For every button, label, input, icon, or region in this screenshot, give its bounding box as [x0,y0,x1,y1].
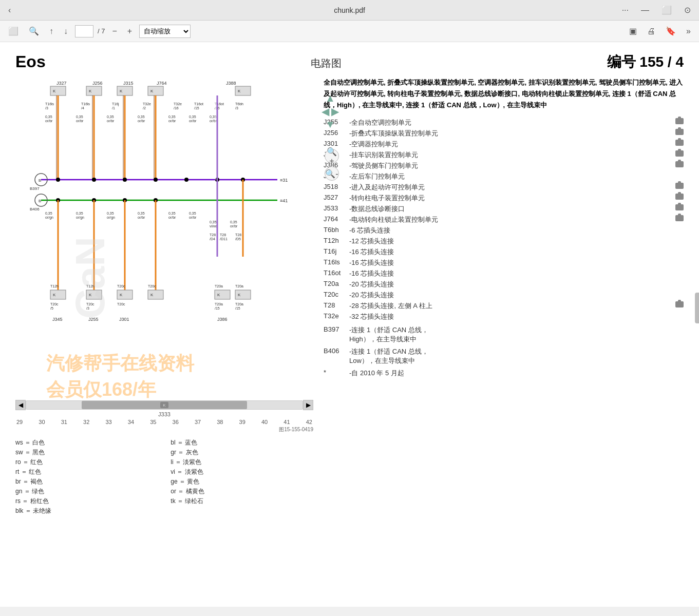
camera-icon [675,161,684,167]
zoom-search-button[interactable]: 🔍 [26,24,42,38]
comp-id: J533 [324,204,349,212]
svg-text:T16ls: T16ls [45,102,54,106]
page-num-39: 39 [239,419,245,425]
nav-up-button[interactable]: ▲ [325,92,335,104]
svg-text:or/br: or/br [189,216,197,219]
svg-point-64 [56,178,60,182]
comp-id: J527 [324,194,349,201]
svg-text:or/br: or/br [76,119,84,123]
print-button[interactable]: 🖨 [644,24,658,38]
svg-text:T16ot: T16ot [194,102,203,106]
zoom-in-diagram-button[interactable]: 🔍+ [325,149,339,163]
page-num-41: 41 [284,419,290,425]
toolbar: ⬜ 🔍 ↑ ↓ 4 / 7 − + 自动缩放 50% 75% 100% 125%… [0,21,699,42]
restore-button[interactable]: ⬜ [658,4,675,16]
svg-text:T20a: T20a [235,284,243,288]
comp-desc: -自 2010 年 5 月起 [349,369,684,378]
page-input[interactable]: 4 [75,25,93,37]
svg-text:0,35: 0,35 [210,220,217,224]
comp-desc: -16 芯插头连接 [349,247,684,257]
description-block: 全自动空调控制单元, 折叠式车顶操纵装置控制单元, 空调器控制单元, 挂车识别装… [324,77,684,111]
comp-desc: -空调器控制单元 [349,140,673,149]
page-num-33: 33 [105,419,111,425]
video-button[interactable]: ▣ [626,24,640,38]
color-gr: gr ＝ 灰色 [171,448,313,457]
nav-down-button[interactable]: ▼ [325,119,335,130]
zoom-controls: 🔍+ 🔍- [325,149,339,181]
list-item: J301-空调器控制单元 [324,140,684,149]
camera-icon [675,140,684,146]
zoom-out-diagram-button[interactable]: 🔍- [325,166,339,181]
comp-id: J518 [324,183,349,190]
comp-desc: -连接 1（舒适 CAN 总线，Low），在主导线束中 [349,347,684,365]
sidebar-toggle-button[interactable]: ⬜ [5,24,22,38]
scroll-left-button[interactable]: ◀ [15,400,26,410]
comp-id: T32e [324,312,349,320]
list-item: J533-数据总线诊断接口 [324,204,684,214]
color-rt: rt ＝ 红色 [15,468,160,476]
comp-desc: -16 芯插头连接 [349,258,684,267]
list-item: J345-挂车识别装置控制单元 [324,150,684,160]
camera-icon [675,204,684,210]
color-sw: sw ＝ 黑色 [15,448,160,457]
svg-text:or/br: or/br [138,119,145,123]
zoom-select[interactable]: 自动缩放 50% 75% 100% 125% 150% 200% [139,25,191,38]
page-num-36: 36 [173,419,179,425]
nav-right-button[interactable]: ▶ [331,105,339,118]
svg-text:J256: J256 [92,81,103,86]
svg-text:J345: J345 [52,317,63,322]
svg-text:or/br: or/br [138,216,145,219]
svg-text:/D4: /D4 [210,237,215,241]
list-item: T20a-20 芯插头连接 [324,280,684,289]
nav-lr: ◀ ▶ [322,105,339,118]
color-vi: vi ＝ 淡紫色 [171,468,313,476]
svg-text:B397: B397 [30,186,40,191]
comp-id: T20a [324,280,349,287]
svg-text:T28: T28 [220,233,226,237]
color-li: li ＝ 淡紫色 [171,458,313,467]
bookmark-button[interactable]: 🔖 [663,24,679,38]
svg-text:T32e: T32e [143,102,151,106]
page-number: 编号 155 / 4 [607,52,684,72]
prev-page-button[interactable]: ↑ [46,25,56,38]
svg-text:/15: /15 [194,106,199,110]
svg-point-66 [123,178,127,182]
more-button[interactable]: ··· [619,5,632,16]
circuit-area: ▲ ◀ ▶ ▼ 🔍+ 🔍- J327 J256 J315 J76 [15,77,684,515]
nav-left-button[interactable]: ◀ [322,105,329,118]
page-header: Eos 电路图 编号 155 / 4 [15,52,684,72]
svg-text:T32e: T32e [174,102,182,106]
svg-text:B: B [39,178,41,183]
camera-icon [675,118,684,124]
scroll-right-button[interactable]: ▶ [303,400,313,410]
svg-text:T16ls: T16ls [81,102,90,106]
svg-text:T6bh: T6bh [235,102,243,106]
back-button[interactable]: ‹ [5,5,14,16]
connector-label: J333 [15,411,313,417]
svg-text:0,35: 0,35 [230,220,237,224]
svg-text:or/gn: or/gn [76,216,84,220]
zoom-out-button[interactable]: − [109,25,120,38]
color-br: br ＝ 褐色 [15,477,160,486]
svg-text:/D5: /D5 [235,237,241,241]
minimize-button[interactable]: — [638,5,652,16]
component-list: 全自动空调控制单元, 折叠式车顶操纵装置控制单元, 空调器控制单元, 挂车识别装… [324,77,684,515]
next-page-button[interactable]: ↓ [61,25,71,38]
list-item: J386-驾驶员侧车门控制单元 [324,161,684,170]
svg-text:0,35: 0,35 [76,115,83,119]
zoom-in-button[interactable]: + [124,25,135,38]
more2-button[interactable]: » [683,24,694,38]
scrollbar-thumb[interactable]: K [82,401,248,409]
color-tk: tk ＝ 绿松石 [171,497,313,506]
svg-text:/16: /16 [174,106,179,110]
comp-desc: -全自动空调控制单元 [349,118,673,127]
svg-text:J315: J315 [123,81,134,86]
svg-text:K: K [238,89,241,93]
comp-desc: -转向柱电子装置控制单元 [349,194,673,203]
sidebar-edge[interactable] [695,293,699,323]
color-bl: bl ＝ 蓝色 [171,438,313,447]
camera-icon [675,215,684,221]
page-ref: 图15-155-0419 [15,426,313,433]
close-button[interactable]: ⊙ [681,4,694,16]
svg-text:J388: J388 [226,81,236,86]
